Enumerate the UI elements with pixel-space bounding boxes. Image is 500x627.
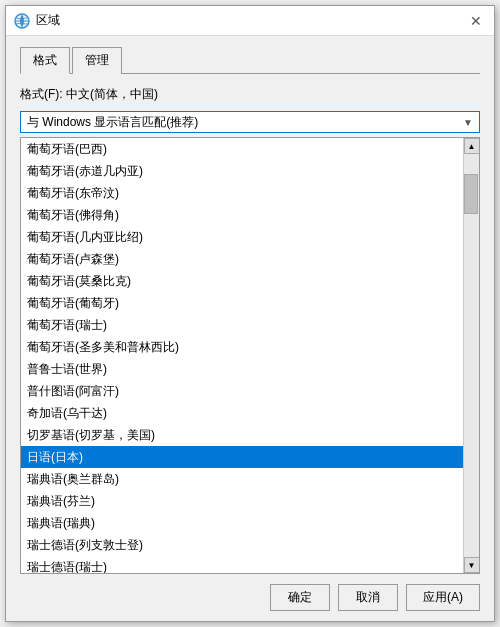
list-item[interactable]: 葡萄牙语(巴西) [21, 138, 463, 160]
list-item[interactable]: 瑞典语(瑞典) [21, 512, 463, 534]
language-list[interactable]: 葡萄牙语(巴西)葡萄牙语(赤道几内亚)葡萄牙语(东帝汶)葡萄牙语(佛得角)葡萄牙… [21, 138, 463, 573]
tab-bar: 格式 管理 [20, 46, 480, 74]
region-icon [14, 13, 30, 29]
window-title: 区域 [36, 12, 60, 29]
list-item[interactable]: 葡萄牙语(葡萄牙) [21, 292, 463, 314]
apply-button[interactable]: 应用(A) [406, 584, 480, 611]
button-bar: 确定 取消 应用(A) [20, 584, 480, 611]
cancel-button[interactable]: 取消 [338, 584, 398, 611]
scrollbar-track[interactable] [464, 154, 479, 557]
region-dialog: 区域 ✕ 格式 管理 格式(F): 中文(简体，中国) 与 Windows 显示… [5, 5, 495, 622]
list-item[interactable]: 葡萄牙语(几内亚比绍) [21, 226, 463, 248]
list-item[interactable]: 葡萄牙语(东帝汶) [21, 182, 463, 204]
tab-manage[interactable]: 管理 [72, 47, 122, 74]
dialog-content: 格式 管理 格式(F): 中文(简体，中国) 与 Windows 显示语言匹配(… [6, 36, 494, 621]
list-item[interactable]: 瑞士德语(瑞士) [21, 556, 463, 573]
dropdown-container: 与 Windows 显示语言匹配(推荐) ▼ [20, 111, 480, 133]
title-bar-left: 区域 [14, 12, 60, 29]
list-item[interactable]: 瑞士德语(列支敦士登) [21, 534, 463, 556]
scrollbar[interactable]: ▲ ▼ [463, 138, 479, 573]
dropdown-selected-text: 与 Windows 显示语言匹配(推荐) [27, 114, 198, 131]
ok-button[interactable]: 确定 [270, 584, 330, 611]
language-dropdown[interactable]: 与 Windows 显示语言匹配(推荐) ▼ [20, 111, 480, 133]
format-label: 格式(F): 中文(简体，中国) [20, 86, 480, 103]
close-button[interactable]: ✕ [466, 11, 486, 31]
list-item[interactable]: 葡萄牙语(佛得角) [21, 204, 463, 226]
language-list-container: 葡萄牙语(巴西)葡萄牙语(赤道几内亚)葡萄牙语(东帝汶)葡萄牙语(佛得角)葡萄牙… [20, 137, 480, 574]
scroll-up-button[interactable]: ▲ [464, 138, 480, 154]
title-bar: 区域 ✕ [6, 6, 494, 36]
list-item[interactable]: 瑞典语(奥兰群岛) [21, 468, 463, 490]
tab-format[interactable]: 格式 [20, 47, 70, 74]
list-item[interactable]: 普鲁士语(世界) [21, 358, 463, 380]
list-item[interactable]: 葡萄牙语(卢森堡) [21, 248, 463, 270]
list-item[interactable]: 葡萄牙语(瑞士) [21, 314, 463, 336]
list-item[interactable]: 葡萄牙语(圣多美和普林西比) [21, 336, 463, 358]
list-item[interactable]: 普什图语(阿富汗) [21, 380, 463, 402]
scroll-down-button[interactable]: ▼ [464, 557, 480, 573]
list-item[interactable]: 葡萄牙语(莫桑比克) [21, 270, 463, 292]
list-item[interactable]: 日语(日本) [21, 446, 463, 468]
chevron-down-icon: ▼ [463, 117, 473, 128]
scrollbar-thumb[interactable] [464, 174, 478, 214]
list-item[interactable]: 奇加语(乌干达) [21, 402, 463, 424]
list-item[interactable]: 瑞典语(芬兰) [21, 490, 463, 512]
list-item[interactable]: 切罗基语(切罗基，美国) [21, 424, 463, 446]
list-item[interactable]: 葡萄牙语(赤道几内亚) [21, 160, 463, 182]
